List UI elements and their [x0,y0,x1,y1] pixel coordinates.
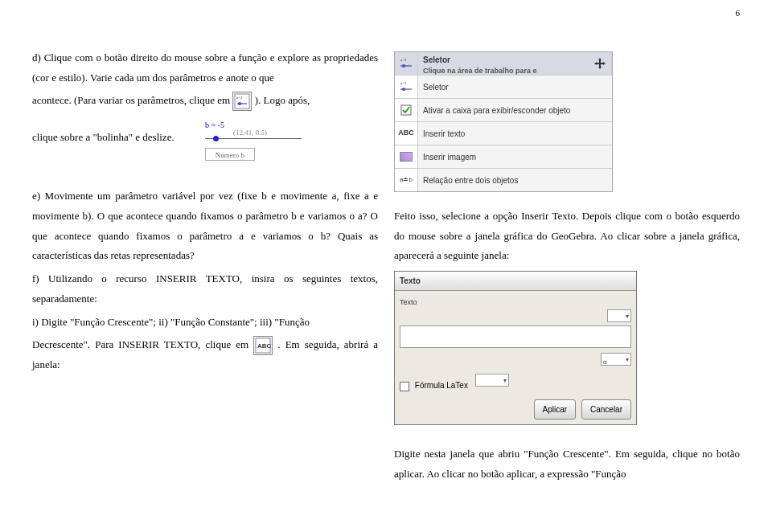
paragraph-e: e) Movimente um parâmetro variável por v… [32,186,378,266]
toolbox-row1-label: Seletor [418,80,612,95]
toolbox-row2-label: Ativar a caixa para exibir/esconder obje… [418,103,612,118]
toolbox-row5-label: Relação entre dois objetos [418,173,612,188]
paragraph-d: d) Clique com o botão direito do mouse s… [32,48,378,88]
dialog-text-input[interactable] [400,325,631,348]
paragraph-feito: Feito isso, selecione a opção Inserir Te… [394,207,740,266]
dialog-cancel-button[interactable]: Cancelar [581,399,631,419]
toolbox-row4-label: Inserir imagem [418,149,612,165]
toolbox-seletor-title: Seletor [423,55,450,64]
acontece-post: ). Logo após, [255,94,310,106]
svg-point-10 [402,88,405,91]
svg-text:a=2: a=2 [236,96,243,100]
text-dialog: Texto Texto α Fórmula LaTex Aplicar Canc [394,271,637,425]
slider-b-label: b = -5 [205,117,224,133]
toolbox-header-label: Seletor Clique na área de trabalho para … [418,52,589,76]
paragraph-digite: Digite nesta janela que abriu "Função Cr… [394,444,740,484]
deslize-text: clique sobre a "bolinha" e deslize. [32,131,177,143]
dialog-latex-dropdown[interactable] [475,374,509,387]
svg-point-2 [238,102,241,105]
left-column: d) Clique com o botão direito do mouse s… [32,48,378,379]
slider-number-box: Número b [205,148,255,161]
slider-knob [213,136,219,141]
svg-point-7 [402,64,405,68]
dialog-dropdown-1[interactable] [607,309,631,322]
toolbox-header[interactable]: a=2 Seletor Clique na área de trabalho p… [395,52,612,76]
toolbox-row-text[interactable]: ABC Inserir texto [395,122,612,145]
decrescente-pre: Decrescente". Para INSERIR TEXTO, clique… [32,338,253,350]
svg-text:ABC: ABC [257,342,272,350]
toolbox-menu: a=2 Seletor Clique na área de trabalho p… [394,51,613,192]
dialog-titlebar: Texto [395,272,636,291]
page-number: 6 [736,8,741,18]
relation-icon: a≐b [395,169,418,191]
slider-tool-icon: a=2 [232,92,252,111]
dialog-field-label: Texto [400,296,631,309]
toolbox-row-checkbox[interactable]: Ativar a caixa para exibir/esconder obje… [395,99,612,122]
dialog-apply-button[interactable]: Aplicar [534,399,577,419]
toolbox-row3-label: Inserir texto [418,126,612,141]
slider-figure: b = -5 (12.41, 8.5) Número b [201,114,362,162]
move-icon [589,52,612,75]
toolbox-row-relation[interactable]: a≐b Relação entre dois objetos [395,169,612,191]
text-abc-icon: ABC [395,122,418,145]
slider-track [205,138,302,139]
paragraph-deslize: clique sobre a "bolinha" e deslize. b = … [32,114,378,162]
dialog-latex-checkbox[interactable] [400,382,409,391]
paragraph-f: f) Utilizando o recurso INSERIR TEXTO, i… [32,269,378,309]
toolbox-row-seletor[interactable]: a=2 Seletor [395,76,612,99]
acontece-pre: acontece. (Para variar os parâmetros, cl… [32,94,232,106]
checkbox-icon [395,99,418,121]
paragraph-acontece: acontece. (Para variar os parâmetros, cl… [32,91,378,111]
dialog-latex-label: Fórmula LaTex [415,381,468,390]
toolbox-row-image[interactable]: Inserir imagem [395,145,612,169]
slider-icon: a=2 [395,52,418,75]
insert-text-tool-icon: ABC [253,336,273,355]
slider-icon-small: a=2 [395,76,418,98]
paragraph-decrescente: Decrescente". Para INSERIR TEXTO, clique… [32,335,378,375]
dialog-dropdown-2[interactable]: α [601,353,631,366]
right-column: a=2 Seletor Clique na área de trabalho p… [394,48,740,488]
paragraph-i: i) Digite "Função Crescente"; ii) "Funçã… [32,313,378,333]
toolbox-seletor-sub: Clique na área de trabalho para e [423,68,589,76]
image-icon [395,145,418,168]
dialog-latex-row: Fórmula LaTex [400,374,631,393]
svg-text:a=2: a=2 [400,81,407,85]
svg-text:a=2: a=2 [400,58,407,62]
